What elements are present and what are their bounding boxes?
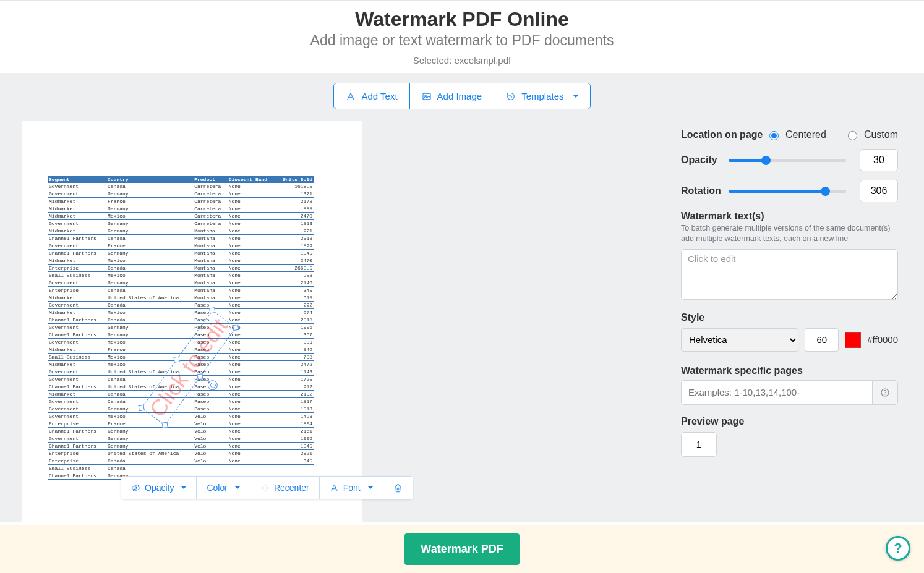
preview-page-input[interactable] (681, 432, 717, 457)
sample-data-table: SegmentCountryProductDiscount BandUnits … (48, 176, 314, 480)
color-hex-label: #ff0000 (867, 334, 898, 345)
mini-opacity-button[interactable]: Opacity (121, 477, 197, 499)
preview-pane: SegmentCountryProductDiscount BandUnits … (0, 121, 674, 522)
rotation-input[interactable] (860, 180, 898, 202)
trash-icon (393, 483, 403, 493)
watermark-texts-input[interactable] (681, 249, 898, 300)
main-area: SegmentCountryProductDiscount BandUnits … (0, 121, 924, 522)
svg-point-3 (884, 394, 885, 395)
specific-pages-input[interactable] (681, 380, 872, 405)
help-button[interactable]: ? (886, 536, 910, 561)
page-subtitle: Add image or text watermark to PDF docum… (0, 32, 924, 49)
mini-color-button[interactable]: Color (197, 477, 250, 499)
font-size-input[interactable] (805, 328, 839, 352)
rotation-slider[interactable] (729, 190, 846, 193)
mini-font-button[interactable]: Font (320, 477, 383, 499)
specific-pages-label: Watermark specific pages (681, 365, 898, 376)
question-circle-icon (880, 388, 890, 397)
watermark-texts-label: Watermark text(s) (681, 211, 898, 222)
top-toolbar-strip: Add Text Add Image Templates (0, 73, 924, 121)
mini-delete-button[interactable] (383, 477, 413, 499)
watermark-mini-toolbar: Opacity Color Recenter Font (121, 476, 413, 499)
text-a-icon (330, 483, 339, 493)
location-radio-group: Centered Custom (766, 129, 898, 140)
rotation-label: Rotation (681, 185, 721, 197)
location-centered-radio[interactable]: Centered (766, 129, 826, 140)
font-family-select[interactable]: Helvetica (681, 328, 798, 352)
add-image-button[interactable]: Add Image (410, 83, 495, 109)
watermark-pdf-button[interactable]: Watermark PDF (404, 533, 519, 565)
text-a-icon (346, 91, 356, 101)
move-icon (260, 483, 270, 493)
color-swatch[interactable] (845, 332, 861, 348)
eye-off-icon (131, 483, 140, 493)
image-icon (422, 91, 432, 101)
templates-dropdown[interactable]: Templates (494, 83, 589, 109)
location-custom-radio[interactable]: Custom (845, 129, 898, 140)
location-label: Location on page (681, 129, 763, 140)
page-title: Watermark PDF Online (0, 8, 924, 31)
header: Watermark PDF Online Add image or text w… (0, 0, 924, 73)
style-label: Style (681, 312, 898, 323)
settings-sidebar: Location on page Centered Custom Opacity… (674, 121, 924, 522)
opacity-label: Opacity (681, 155, 717, 166)
pdf-page-preview[interactable]: SegmentCountryProductDiscount BandUnits … (22, 121, 362, 522)
mini-recenter-button[interactable]: Recenter (250, 477, 320, 499)
opacity-input[interactable] (860, 149, 898, 171)
action-bar: Watermark PDF (0, 525, 924, 573)
selected-file: Selected: excelsmpl.pdf (0, 55, 924, 66)
toolbar: Add Text Add Image Templates (333, 83, 590, 109)
watermark-texts-hint: To batch generate multiple versions of t… (681, 223, 898, 244)
opacity-slider[interactable] (729, 159, 846, 162)
specific-pages-help-button[interactable] (872, 380, 898, 405)
preview-page-label: Preview page (681, 416, 898, 427)
history-icon (506, 91, 516, 101)
add-text-button[interactable]: Add Text (334, 83, 409, 109)
